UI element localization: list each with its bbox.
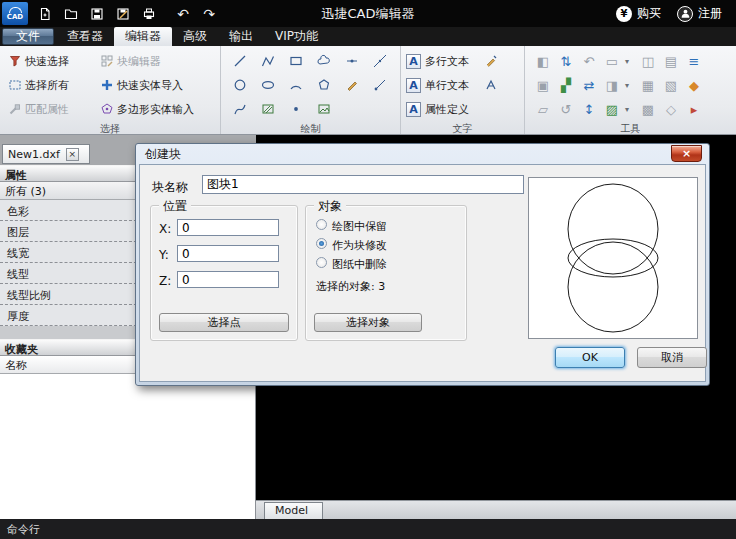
block-name-input[interactable] (202, 175, 524, 194)
hatch-icon[interactable] (256, 99, 280, 120)
dialog-titlebar[interactable]: 创建块 (136, 144, 709, 164)
radio-convert-to-block-label: 作为块修改 (332, 238, 387, 253)
quick-select-button[interactable]: 快速选择 (5, 53, 97, 70)
select-objects-button[interactable]: 选择对象 (314, 313, 422, 332)
tool-icon-1-2[interactable]: ⇅ (556, 54, 576, 69)
point-icon[interactable] (284, 99, 308, 120)
objects-groupbox: 对象 绘图中保留 作为块修改 图纸中删除 选择的对象: 3 选择对象 (305, 205, 467, 341)
document-tab[interactable]: New1.dxf × (2, 144, 90, 164)
tool-icon-2-7[interactable]: ◆ (684, 78, 704, 93)
tool-icon-3-7[interactable]: ▸ (684, 102, 704, 117)
tool-icon-3-6[interactable]: ◇ (661, 102, 681, 117)
multiline-text-icon: A (406, 54, 421, 69)
save-button[interactable] (84, 2, 110, 25)
tool-icon-2-4[interactable]: ◨ (602, 78, 622, 93)
line-icon[interactable] (228, 51, 252, 72)
tool-dropdown-icon-1[interactable]: ▾ (625, 57, 635, 66)
menu-item-vip[interactable]: VIP功能 (264, 27, 329, 46)
tool-icon-3-1[interactable]: ▱ (533, 102, 553, 117)
singleline-text-icon: A (406, 78, 421, 93)
dialog-close-button[interactable]: × (671, 145, 702, 162)
attribute-define-button[interactable]: A 属性定义 (406, 97, 519, 121)
cancel-button[interactable]: 取消 (637, 347, 707, 368)
tool-icon-3-4[interactable]: ▨ (602, 102, 622, 117)
z-input[interactable] (177, 271, 279, 288)
redo-button[interactable]: ↷ (196, 2, 222, 25)
layout-tab-bar: Model (256, 500, 736, 519)
dialog-title-text: 创建块 (145, 146, 181, 163)
polyline-icon[interactable] (256, 51, 280, 72)
sketch-icon[interactable] (340, 75, 364, 96)
circle-icon[interactable] (228, 75, 252, 96)
y-input[interactable] (177, 245, 279, 262)
tool-dropdown-icon-2[interactable]: ▾ (625, 81, 635, 90)
menu-item-viewer[interactable]: 查看器 (56, 27, 114, 46)
favorites-name-list[interactable] (0, 374, 256, 519)
attribute-define-label: 属性定义 (425, 102, 469, 117)
polygon-entity-input-button[interactable]: 多边形实体输入 (97, 101, 215, 118)
position-groupbox: 位置 X: Y: Z: 选择点 (150, 205, 298, 341)
command-line-bar[interactable]: 命令行 (0, 519, 736, 539)
tool-icon-2-6[interactable]: ▧ (661, 78, 681, 93)
undo-icon: ↶ (177, 7, 189, 21)
x-input[interactable] (177, 219, 279, 236)
select-all-button[interactable]: 选择所有 (5, 77, 97, 94)
undo-button[interactable]: ↶ (170, 2, 196, 25)
multiline-text-button[interactable]: A 多行文本 (406, 49, 519, 73)
point-node-icon[interactable] (340, 51, 364, 72)
radio-convert-to-block[interactable] (316, 238, 327, 249)
menu-item-editor[interactable]: 编辑器 (114, 27, 172, 46)
tool-dropdown-icon-3[interactable]: ▾ (625, 105, 635, 114)
tool-icon-1-1[interactable]: ◧ (533, 54, 553, 69)
save-icon (90, 6, 105, 21)
spline-icon[interactable] (228, 99, 252, 120)
singleline-text-label: 单行文本 (425, 78, 469, 93)
tool-icon-2-3[interactable]: ⇄ (579, 78, 599, 93)
radio-keep-in-drawing[interactable] (316, 219, 327, 230)
arc-icon[interactable] (284, 75, 308, 96)
text-style-icon[interactable] (483, 78, 498, 93)
quick-entity-import-button[interactable]: 快速实体导入 (97, 77, 215, 94)
tool-icon-3-3[interactable]: ↕ (579, 102, 599, 117)
quick-entity-import-icon (99, 78, 114, 93)
open-file-button[interactable] (58, 2, 84, 25)
rectangle-icon[interactable] (284, 51, 308, 72)
polygon-icon[interactable] (312, 75, 336, 96)
register-button[interactable]: 注册 (677, 5, 722, 22)
tool-icon-2-1[interactable]: ▣ (533, 78, 553, 93)
text-edit-icon[interactable] (483, 54, 498, 69)
menu-item-file[interactable]: 文件 (2, 28, 54, 45)
tool-icon-1-3[interactable]: ↶ (579, 54, 599, 69)
radio-delete-from-drawing[interactable] (316, 257, 327, 268)
tool-icon-2-5[interactable]: ▦ (638, 78, 658, 93)
document-tab-close-icon[interactable]: × (66, 148, 79, 161)
model-tab[interactable]: Model (264, 502, 323, 519)
revision-cloud-icon[interactable] (312, 51, 336, 72)
ray-icon[interactable] (368, 75, 392, 96)
menu-item-advanced[interactable]: 高级 (172, 27, 218, 46)
tool-icon-3-2[interactable]: ↺ (556, 102, 576, 117)
tool-icon-1-5[interactable]: ◫ (638, 54, 658, 69)
ok-button[interactable]: OK (555, 347, 625, 368)
polygon-entity-input-label: 多边形实体输入 (117, 102, 194, 117)
construction-line-icon[interactable] (368, 51, 392, 72)
tool-icon-3-5[interactable]: ▩ (638, 102, 658, 117)
buy-button[interactable]: ¥ 购买 (616, 5, 661, 22)
match-properties-button[interactable]: 匹配属性 (5, 101, 97, 118)
logo-arc-icon (9, 7, 22, 13)
ellipse-icon[interactable] (256, 75, 280, 96)
select-point-button[interactable]: 选择点 (159, 313, 289, 332)
tool-icon-1-7[interactable]: ≡ (684, 54, 704, 69)
tool-icon-1-4[interactable]: ▭ (602, 54, 622, 69)
new-file-button[interactable] (32, 2, 58, 25)
tool-icon-1-6[interactable]: ▤ (661, 54, 681, 69)
tool-icon-2-2[interactable]: ▞ (556, 78, 576, 93)
print-button[interactable] (136, 2, 162, 25)
block-editor-button[interactable]: 块编辑器 (97, 53, 215, 70)
save-as-button[interactable] (110, 2, 136, 25)
image-icon[interactable] (312, 99, 336, 120)
menu-item-output[interactable]: 输出 (218, 27, 264, 46)
block-preview-drawing (529, 178, 697, 338)
redo-icon: ↷ (203, 7, 215, 21)
singleline-text-button[interactable]: A 单行文本 (406, 73, 519, 97)
